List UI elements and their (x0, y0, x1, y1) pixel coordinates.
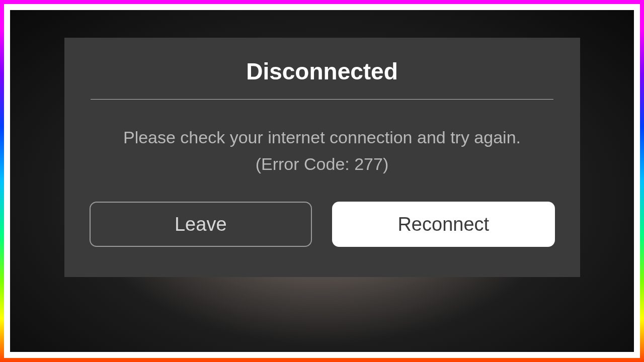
game-backdrop: Disconnected Please check your internet … (10, 10, 634, 352)
button-row: Leave Reconnect (90, 202, 555, 247)
dialog-message: Please check your internet connection an… (123, 125, 521, 150)
divider (91, 99, 553, 100)
dialog-title: Disconnected (246, 58, 398, 85)
disconnected-dialog: Disconnected Please check your internet … (64, 38, 580, 277)
inner-white-frame: Disconnected Please check your internet … (4, 4, 640, 358)
leave-button[interactable]: Leave (90, 202, 312, 247)
dialog-error-code: (Error Code: 277) (256, 154, 389, 174)
rainbow-frame: Disconnected Please check your internet … (0, 0, 644, 362)
reconnect-button[interactable]: Reconnect (332, 202, 554, 247)
